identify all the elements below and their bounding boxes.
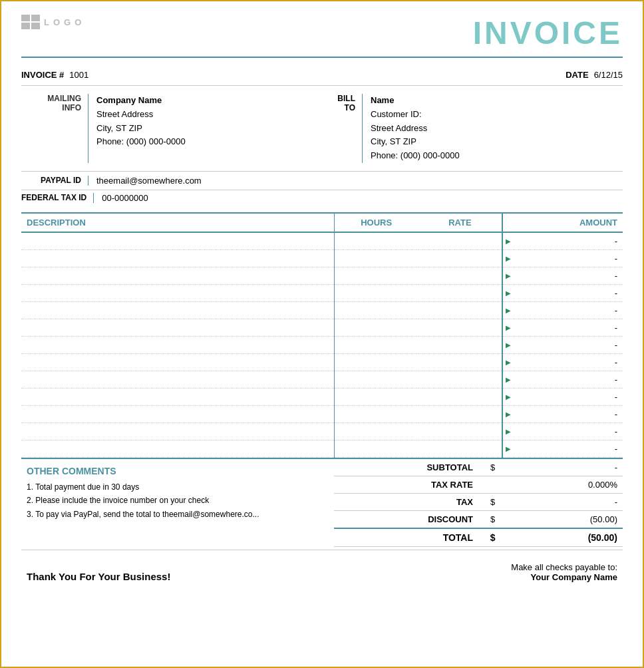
- subtotal-currency: $: [478, 459, 507, 476]
- invoice-page: LOGO INVOICE INVOICE # 1001 DATE 6/12/15…: [1, 1, 643, 599]
- row-hours: [334, 422, 418, 440]
- discount-row: DISCOUNT $ (50.00): [334, 510, 623, 528]
- paypal-row: PAYPAL ID theemail@somewhere.com: [21, 172, 623, 190]
- invoice-header: LOGO INVOICE: [21, 15, 623, 58]
- row-hours: [334, 250, 418, 267]
- row-hours: [334, 319, 418, 336]
- table-row: ▶ -: [21, 250, 623, 267]
- row-description: [21, 388, 334, 405]
- total-currency: $: [478, 528, 507, 547]
- green-tick-icon: ▶: [506, 359, 511, 366]
- row-rate: [418, 284, 503, 301]
- row-description: [21, 284, 334, 301]
- th-amount: AMOUNT: [502, 213, 623, 232]
- row-rate: [418, 301, 503, 319]
- mailing-company: Company Name: [96, 94, 322, 108]
- paypal-label: PAYPAL ID: [21, 176, 88, 186]
- footer-company-name: Your Company Name: [511, 572, 617, 582]
- row-amount: ▶ -: [502, 440, 623, 457]
- row-description: [21, 301, 334, 319]
- tax-rate-value: 0.000%: [507, 476, 623, 493]
- green-tick-icon: ▶: [506, 255, 511, 262]
- row-amount: ▶ -: [502, 422, 623, 440]
- comment-line: 1. Total payment due in 30 days: [27, 480, 329, 494]
- mailing-content: Company Name Street Address City, ST ZIP…: [88, 94, 322, 163]
- table-row: ▶ -: [21, 301, 623, 319]
- tax-row: TAX $ -: [334, 493, 623, 510]
- bill-name: Name: [371, 94, 623, 108]
- bill-street: Street Address: [371, 122, 623, 136]
- tax-rate-row: TAX RATE 0.000%: [334, 476, 623, 493]
- federal-tax-row: FEDERAL TAX ID 00-0000000: [21, 190, 623, 206]
- subtotal-row: SUBTOTAL $ -: [334, 459, 623, 476]
- table-row: ▶ -: [21, 267, 623, 284]
- invoice-table-body: ▶ - ▶ - ▶ - ▶ -: [21, 232, 623, 458]
- row-rate: [418, 336, 503, 353]
- green-tick-icon: ▶: [506, 272, 511, 279]
- meta-row: INVOICE # 1001 DATE 6/12/15: [21, 65, 623, 86]
- invoice-number-label: INVOICE #: [21, 70, 64, 80]
- tax-value: -: [507, 493, 623, 510]
- comment-line: 2. Please include the invoice number on …: [27, 494, 329, 507]
- table-row: ▶ -: [21, 440, 623, 457]
- table-row: ▶ -: [21, 371, 623, 388]
- row-amount: ▶ -: [502, 336, 623, 353]
- table-row: ▶ -: [21, 319, 623, 336]
- table-row: ▶ -: [21, 388, 623, 405]
- table-header-row: DESCRIPTION HOURS RATE AMOUNT: [21, 213, 623, 232]
- row-amount: ▶ -: [502, 405, 623, 422]
- row-rate: [418, 353, 503, 371]
- table-row: ▶ -: [21, 232, 623, 250]
- row-rate: [418, 371, 503, 388]
- tax-currency: $: [478, 493, 507, 510]
- row-hours: [334, 232, 418, 250]
- footer-right: Make all checks payable to: Your Company…: [511, 562, 617, 582]
- green-tick-icon: ▶: [506, 307, 511, 314]
- row-rate: [418, 440, 503, 457]
- green-tick-icon: ▶: [506, 341, 511, 349]
- row-amount: ▶ -: [502, 267, 623, 284]
- row-description: [21, 422, 334, 440]
- table-row: ▶ -: [21, 422, 623, 440]
- discount-value: (50.00): [507, 510, 623, 528]
- row-description: [21, 232, 334, 250]
- row-rate: [418, 405, 503, 422]
- th-description: DESCRIPTION: [21, 213, 334, 232]
- row-description: [21, 267, 334, 284]
- total-value: (50.00): [507, 528, 623, 547]
- logo-squares-icon: [21, 15, 40, 29]
- green-tick-icon: ▶: [506, 324, 511, 331]
- bill-customer-id: Customer ID:: [371, 108, 623, 122]
- discount-label: DISCOUNT: [334, 510, 478, 528]
- row-rate: [418, 319, 503, 336]
- logo-area: LOGO: [21, 15, 85, 29]
- green-tick-icon: ▶: [506, 289, 511, 297]
- discount-currency: $: [478, 510, 507, 528]
- subtotal-label: SUBTOTAL: [334, 459, 478, 476]
- row-hours: [334, 301, 418, 319]
- date-label: DATE: [565, 70, 588, 80]
- date-value: 6/12/15: [594, 70, 623, 80]
- row-amount: ▶ -: [502, 232, 623, 250]
- tax-rate-label: TAX RATE: [334, 476, 478, 493]
- comment-line: 3. To pay via PayPal, send the total to …: [27, 508, 329, 521]
- row-hours: [334, 353, 418, 371]
- federal-tax-label: FEDERAL TAX ID: [21, 193, 93, 203]
- federal-tax-value: 00-0000000: [93, 193, 148, 203]
- bill-content: Name Customer ID: Street Address City, S…: [362, 94, 623, 163]
- row-description: [21, 371, 334, 388]
- row-description: [21, 353, 334, 371]
- summary-area: OTHER COMMENTS 1. Total payment due in 3…: [21, 458, 623, 547]
- row-amount: ▶ -: [502, 388, 623, 405]
- address-section: MAILING INFO Company Name Street Address…: [21, 86, 623, 172]
- totals-table: SUBTOTAL $ - TAX RATE 0.000% TAX $ -: [334, 459, 623, 547]
- row-rate: [418, 250, 503, 267]
- mailing-street: Street Address: [96, 108, 322, 122]
- bill-phone: Phone: (000) 000-0000: [371, 149, 623, 163]
- row-rate: [418, 232, 503, 250]
- table-row: ▶ -: [21, 405, 623, 422]
- row-amount: ▶ -: [502, 353, 623, 371]
- meta-left: INVOICE # 1001: [21, 70, 88, 80]
- row-description: [21, 405, 334, 422]
- row-hours: [334, 440, 418, 457]
